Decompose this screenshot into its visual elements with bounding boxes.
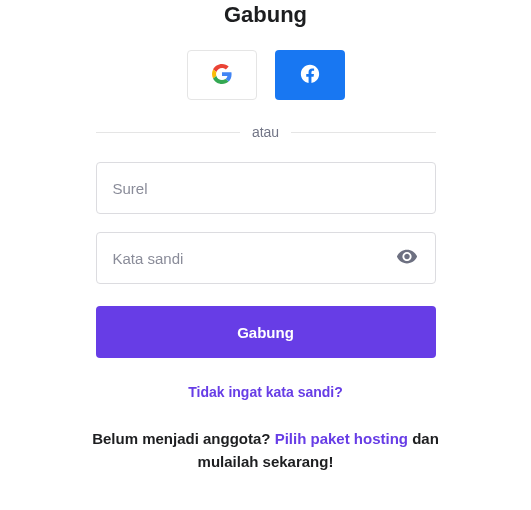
facebook-login-button[interactable] <box>275 50 345 100</box>
toggle-password-button[interactable] <box>392 242 422 275</box>
signup-link[interactable]: Pilih paket hosting <box>275 430 408 447</box>
forgot-password-link[interactable]: Tidak ingat kata sandi? <box>188 384 343 400</box>
google-icon <box>212 64 232 87</box>
login-form: Gabung <box>96 162 436 384</box>
divider-label: atau <box>240 124 291 140</box>
facebook-icon <box>299 63 321 88</box>
divider: atau <box>96 124 436 140</box>
signup-prompt: Belum menjadi anggota? Pilih paket hosti… <box>86 428 446 473</box>
page-title: Gabung <box>224 2 307 28</box>
email-field[interactable] <box>96 162 436 214</box>
eye-icon <box>396 246 418 271</box>
submit-button[interactable]: Gabung <box>96 306 436 358</box>
password-field-wrap <box>96 232 436 284</box>
social-login-row <box>187 50 345 100</box>
email-field-wrap <box>96 162 436 214</box>
signup-prefix: Belum menjadi anggota? <box>92 430 275 447</box>
password-field[interactable] <box>96 232 436 284</box>
google-login-button[interactable] <box>187 50 257 100</box>
